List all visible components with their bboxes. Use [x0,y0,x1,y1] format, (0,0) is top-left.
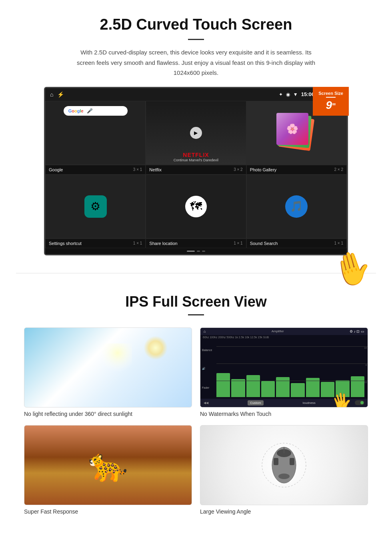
app-label-row2: Settings shortcut 1 × 1 Share location 1… [45,239,347,248]
cheetah-icon: 🐆 [88,446,128,484]
gallery-app-name: Photo Gallery [250,167,277,172]
google-app-name: Google [49,167,63,172]
section1: 2.5D Curved Touch Screen With 2.5D curve… [0,0,392,269]
sound-label: Sound Search 1 × 1 [246,239,347,248]
app-grid-row1: Google 🎤 ▶ NETFLIX Continue Marvel's Dar… [45,101,347,165]
wifi-icon: ▼ [293,92,298,97]
screen-badge-size: 9" [318,99,343,112]
screen-size-badge: Screen Size 9" [313,87,349,116]
page-dot-1 [187,251,195,252]
car-feature: Large Viewing Angle [200,425,368,515]
amp-loudness-label: loudness [303,401,316,405]
car-top-svg [252,441,316,489]
netflix-app-name: Netflix [149,167,162,172]
amplifier-feature: ⌂ Amplifier ⚙ ♪ ⊡ ▭ 60hz100hz200hz500hz1… [200,327,368,417]
bluetooth-icon: ✦ [279,92,283,97]
amp-scale: 10 0 -10 [216,339,368,391]
amplifier-label: No Watermarks When Touch [200,411,368,417]
svg-rect-0 [84,343,132,391]
amp-freq-labels: 60hz100hz200hz500hz1k2.5k10k12.5k15kSUB [200,335,368,339]
amp-main: Balance 🔊 Fader 10 0 -10 [200,339,368,399]
svg-point-4 [278,474,290,479]
cheetah-label: Super Fast Response [24,508,192,515]
section1-title-divider [188,39,204,40]
amp-custom-button[interactable]: Custom [248,400,264,405]
usb-icon: ⚡ [57,91,64,98]
amp-header: ⌂ Amplifier ⚙ ♪ ⊡ ▭ [200,328,368,335]
page-dot-3 [202,251,205,252]
amp-title: Amplifier [272,329,284,333]
google-logo: Google [68,108,84,113]
section1-title: 2.5D Curved Touch Screen [24,16,368,33]
settings-app-name: Settings shortcut [49,241,82,246]
screen-badge-divider [326,97,336,98]
netflix-app-cell[interactable]: ▶ NETFLIX Continue Marvel's Daredevil [146,101,246,165]
netflix-app-size: 3 × 2 [234,167,243,172]
status-time: 15:06 [301,91,314,97]
section2: IPS Full Screen View No [0,277,392,539]
location-icon: ◉ [286,92,290,97]
settings-gear-icon: ⚙ [84,195,107,218]
gallery-stack: 🌸 [276,113,316,153]
section2-title-divider [188,314,204,315]
feature-image-grid: No light reflecting under 360° direct su… [24,327,368,515]
section1-description: With 2.5D curved-display screen, this de… [72,47,320,78]
google-label: Google 3 × 1 [45,165,146,175]
status-bar: ⌂ ⚡ ✦ ◉ ▼ 15:06 ⊡ ♪ ⊠ ▭ [45,88,347,101]
app-grid-row2: ⚙ 🗺 🎵 [45,175,347,239]
netflix-overlay: NETFLIX Continue Marvel's Daredevil [146,149,246,165]
section-divider [16,273,376,273]
status-bar-left: ⌂ ⚡ [50,91,64,98]
app-label-row1: Google 3 × 1 Netflix 3 × 2 Photo Gallery… [45,165,347,175]
share-app-size: 1 × 1 [234,241,243,245]
settings-app-size: 1 × 1 [133,241,142,245]
screen-badge-label: Screen Size [318,91,343,96]
section2-title: IPS Full Screen View [24,293,368,310]
page: 2.5D Curved Touch Screen With 2.5D curve… [0,0,392,539]
amp-toggle[interactable] [355,400,364,405]
settings-app-cell[interactable]: ⚙ [45,175,146,239]
sound-search-icon: 🎵 [285,195,308,218]
settings-label: Settings shortcut 1 × 1 [45,239,146,248]
share-app-name: Share location [149,241,177,246]
amp-icons: ⚙ ♪ ⊡ ▭ [350,329,364,333]
amp-side-labels: Balance 🔊 Fader [200,339,216,399]
amplifier-image: ⌂ Amplifier ⚙ ♪ ⊡ ▭ 60hz100hz200hz500hz1… [200,327,368,407]
gallery-card-1: 🌸 [276,113,308,145]
sunlight-feature: No light reflecting under 360° direct su… [24,327,192,417]
sunlight-svg [84,343,132,391]
netflix-play-button[interactable]: ▶ [190,127,202,139]
device-wrapper: Screen Size 9" ⌂ ⚡ ✦ ◉ ▼ [44,87,348,255]
netflix-subtitle: Continue Marvel's Daredevil [149,158,242,162]
device-screen: ⌂ ⚡ ✦ ◉ ▼ 15:06 ⊡ ♪ ⊠ ▭ [44,87,348,255]
cheetah-image: 🐆 [24,425,192,505]
sound-app-name: Sound Search [250,241,278,246]
svg-rect-6 [290,458,294,465]
amp-home-icon: ⌂ [204,329,206,333]
sunlight-label: No light reflecting under 360° direct su… [24,411,192,417]
google-search-bar[interactable]: Google 🎤 [64,106,128,116]
car-image [200,425,368,505]
google-app-cell[interactable]: Google 🎤 [45,101,146,165]
gallery-label: Photo Gallery 2 × 2 [246,165,347,175]
sunlight-image [24,327,192,407]
car-label: Large Viewing Angle [200,508,368,515]
cheetah-feature: 🐆 Super Fast Response [24,425,192,515]
home-icon[interactable]: ⌂ [50,91,53,98]
google-app-size: 3 × 1 [133,167,142,172]
gallery-app-size: 2 × 2 [334,167,343,172]
netflix-logo: NETFLIX [149,152,242,158]
svg-rect-5 [274,458,278,465]
amp-back-btn[interactable]: ◀◀ [204,401,208,405]
page-dots [45,248,347,254]
google-mic-icon[interactable]: 🎤 [87,108,93,114]
maps-icon: 🗺 [185,196,207,217]
sound-app-size: 1 × 1 [334,241,343,245]
share-location-app-cell[interactable]: 🗺 [146,175,246,239]
sound-search-app-cell[interactable]: 🎵 [246,175,347,239]
page-dot-2 [197,251,200,252]
netflix-label: Netflix 3 × 2 [146,165,246,175]
share-label: Share location 1 × 1 [146,239,246,248]
amp-slider-area: 10 0 -10 [216,339,368,399]
